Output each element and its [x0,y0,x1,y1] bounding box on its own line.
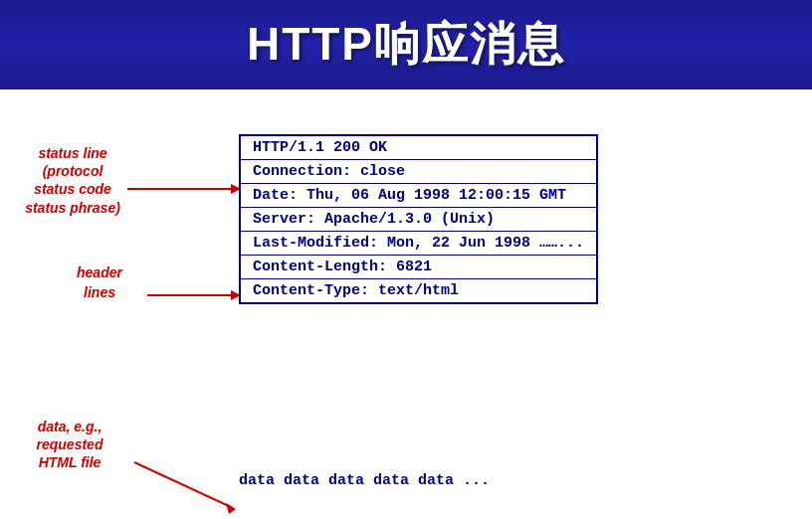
response-line-status: HTTP/1.1 200 OK [241,136,596,160]
response-line-server: Server: Apache/1.3.0 (Unix) [241,208,596,232]
svg-line-4 [134,462,231,507]
response-box: HTTP/1.1 200 OK Connection: close Date: … [239,134,598,304]
response-line-content-length: Content-Length: 6821 [241,256,596,279]
header-banner: HTTP响应消息 [0,0,812,89]
page-title: HTTP响应消息 [247,18,565,70]
label-header-lines: header lines [55,263,144,302]
svg-marker-5 [226,503,236,514]
label-data: data, e.g., requested HTML file [10,418,129,472]
response-line-connection: Connection: close [241,160,596,184]
response-line-date: Date: Thu, 06 Aug 1998 12:00:15 GMT [241,184,596,208]
label-status-line: status line (protocol status code status… [18,144,127,217]
response-line-last-modified: Last-Modified: Mon, 22 Jun 1998 ……... [241,232,596,256]
response-line-content-type: Content-Type: text/html [241,279,596,302]
data-section: data data data data data ... [239,472,490,489]
main-content: status line (protocol status code status… [0,89,812,519]
